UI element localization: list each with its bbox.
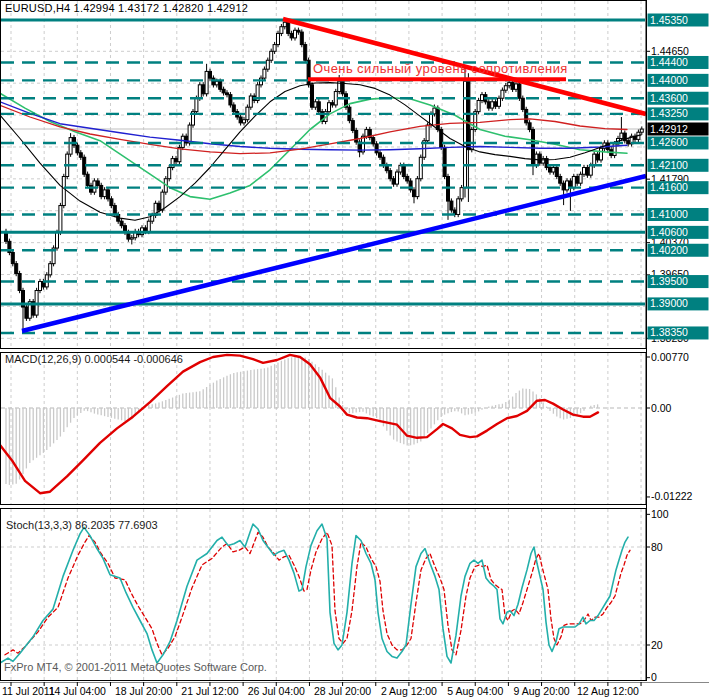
svg-text:9 Aug 20:00: 9 Aug 20:00 [514,685,570,697]
svg-text:1.39500: 1.39500 [650,275,688,287]
svg-text:18 Jul 20:00: 18 Jul 20:00 [115,685,172,697]
svg-text:0.00770: 0.00770 [651,351,689,363]
mt4-chart-window[interactable]: 1.446501.417901.403701.396501.382301.453… [0,0,709,698]
svg-text:12 Aug 12:00: 12 Aug 12:00 [577,685,639,697]
svg-text:1.44400: 1.44400 [650,56,688,68]
svg-text:14 Jul 04:00: 14 Jul 04:00 [49,685,106,697]
svg-text:5 Aug 04:00: 5 Aug 04:00 [447,685,503,697]
svg-text:1.43600: 1.43600 [650,92,688,104]
svg-text:11 Jul 2011: 11 Jul 2011 [2,685,55,697]
svg-text:1.45350: 1.45350 [650,14,688,26]
svg-text:1.42600: 1.42600 [650,136,688,148]
svg-text:1.40600: 1.40600 [650,226,688,238]
svg-text:2 Aug 12:00: 2 Aug 12:00 [381,685,437,697]
svg-text:1.38350: 1.38350 [650,326,688,338]
svg-text:0.00: 0.00 [651,402,672,414]
svg-text:21 Jul 12:00: 21 Jul 12:00 [181,685,238,697]
chart-canvas[interactable]: 1.446501.417901.403701.396501.382301.453… [0,0,709,698]
svg-text:1.42912: 1.42912 [650,123,688,135]
svg-text:1.41000: 1.41000 [650,208,688,220]
svg-text:-0.01222: -0.01222 [651,490,693,502]
svg-text:1.44000: 1.44000 [650,74,688,86]
svg-text:1.39000: 1.39000 [650,297,688,309]
svg-text:20: 20 [651,639,663,651]
svg-text:1.42100: 1.42100 [650,159,688,171]
svg-text:1.41600: 1.41600 [650,181,688,193]
svg-text:1.43250: 1.43250 [650,107,688,119]
svg-text:26 Jul 04:00: 26 Jul 04:00 [248,685,305,697]
svg-text:1.40200: 1.40200 [650,244,688,256]
svg-text:0: 0 [651,671,657,683]
svg-text:28 Jul 20:00: 28 Jul 20:00 [314,685,371,697]
svg-text:80: 80 [651,541,663,553]
svg-text:100: 100 [651,508,669,520]
